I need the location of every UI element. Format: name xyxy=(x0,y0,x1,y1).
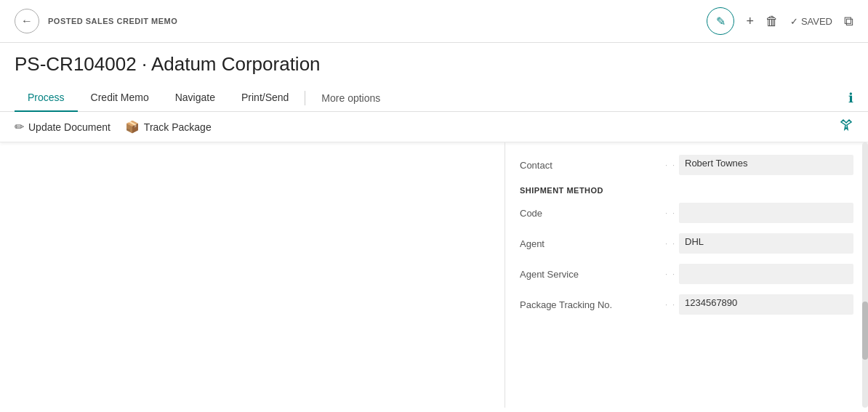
contact-row: Contact · · · · · · · · · · · · Robert T… xyxy=(505,150,868,180)
tab-credit-memo[interactable]: Credit Memo xyxy=(78,84,162,112)
code-row: Code · · · · · · · · · · · · xyxy=(505,198,868,228)
document-title: PS-CR104002 · Adatum Corporation xyxy=(15,53,853,76)
code-dots: · · · · · · · · · · · · xyxy=(665,209,679,217)
tab-navigate[interactable]: Navigate xyxy=(162,84,228,112)
code-value[interactable] xyxy=(679,203,853,223)
left-panel xyxy=(0,142,505,408)
agent-service-dots: · · · · · · xyxy=(665,270,679,278)
tab-print-send[interactable]: Print/Send xyxy=(228,84,302,112)
track-package-button[interactable]: 📦 Track Package xyxy=(125,120,212,134)
info-icon[interactable]: ℹ xyxy=(848,90,853,106)
scrollbar[interactable] xyxy=(862,142,868,408)
pin-icon[interactable] xyxy=(839,118,853,136)
shipment-method-header: SHIPMENT METHOD xyxy=(505,180,868,198)
update-document-button[interactable]: ✏ Update Document xyxy=(15,120,110,134)
agent-service-row: Agent Service · · · · · · xyxy=(505,259,868,289)
saved-label: SAVED xyxy=(801,16,832,27)
page-label: POSTED SALES CREDIT MEMO xyxy=(48,17,177,25)
title-section: PS-CR104002 · Adatum Corporation xyxy=(0,43,868,76)
contact-label: Contact xyxy=(520,160,665,171)
package-tracking-row: Package Tracking No. · · 1234567890 xyxy=(505,289,868,320)
nav-tabs: Process Credit Memo Navigate Print/Send … xyxy=(0,84,868,112)
back-icon: ← xyxy=(21,15,33,28)
external-link-icon: ⧉ xyxy=(844,14,853,29)
agent-row: Agent · · · · · · · · · · · · DHL xyxy=(505,228,868,259)
add-icon: + xyxy=(746,14,754,29)
delete-icon: 🗑 xyxy=(765,14,779,29)
update-document-label: Update Document xyxy=(28,121,110,133)
more-options-tab[interactable]: More options xyxy=(308,85,393,111)
check-icon: ✓ xyxy=(790,16,798,27)
delete-button[interactable]: 🗑 xyxy=(765,14,779,29)
package-tracking-value[interactable]: 1234567890 xyxy=(679,294,853,315)
edit-button[interactable]: ✎ xyxy=(707,7,734,35)
agent-dots: · · · · · · · · · · · · xyxy=(665,239,679,248)
tab-process[interactable]: Process xyxy=(15,84,78,112)
action-bar: ✏ Update Document 📦 Track Package xyxy=(0,112,868,142)
track-package-label: Track Package xyxy=(144,121,212,133)
contact-dots: · · · · · · · · · · · · xyxy=(665,161,679,169)
agent-value[interactable]: DHL xyxy=(679,233,853,254)
package-tracking-label: Package Tracking No. xyxy=(520,299,665,310)
right-panel: Contact · · · · · · · · · · · · Robert T… xyxy=(505,142,868,408)
top-bar: ← POSTED SALES CREDIT MEMO ✎ + 🗑 ✓ SAVED… xyxy=(0,0,868,43)
package-tracking-dots: · · xyxy=(665,300,679,309)
add-button[interactable]: + xyxy=(746,14,754,29)
tab-separator xyxy=(305,91,305,105)
agent-label: Agent xyxy=(520,238,665,249)
agent-service-label: Agent Service xyxy=(520,269,665,280)
external-link-button[interactable]: ⧉ xyxy=(844,14,853,29)
code-label: Code xyxy=(520,208,665,219)
pencil-icon: ✏ xyxy=(15,120,24,134)
scrollbar-thumb[interactable] xyxy=(862,302,868,360)
saved-status: ✓ SAVED xyxy=(790,16,832,27)
edit-icon: ✎ xyxy=(716,15,726,28)
back-button[interactable]: ← xyxy=(15,9,39,33)
top-actions: ✎ + 🗑 ✓ SAVED ⧉ xyxy=(707,7,853,35)
main-content: Contact · · · · · · · · · · · · Robert T… xyxy=(0,142,868,408)
package-icon: 📦 xyxy=(125,120,140,134)
agent-service-value[interactable] xyxy=(679,264,853,284)
contact-value[interactable]: Robert Townes xyxy=(679,155,853,175)
